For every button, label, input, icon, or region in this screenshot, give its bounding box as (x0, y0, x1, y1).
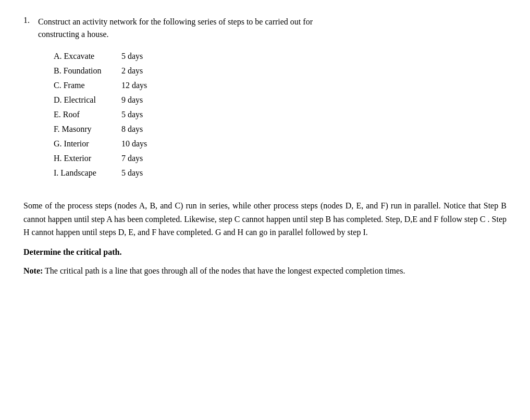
step-row: B. Foundation2 days (54, 65, 507, 77)
note-prefix: Note: (23, 266, 43, 275)
step-days: 7 days (121, 152, 143, 165)
step-label: C. Frame (54, 79, 121, 92)
step-label: I. Landscape (54, 167, 121, 179)
step-row: F. Masonry8 days (54, 123, 507, 135)
step-row: A. Excavate5 days (54, 50, 507, 63)
intro-line2: constructing a house. (38, 28, 507, 41)
question-block: 1. Construct an activity network for the… (23, 16, 507, 189)
step-row: E. Roof5 days (54, 108, 507, 121)
step-label: A. Excavate (54, 50, 121, 63)
step-label: D. Electrical (54, 94, 121, 106)
step-row: D. Electrical9 days (54, 94, 507, 106)
step-days: 5 days (121, 108, 143, 121)
critical-path-label: Determine the critical path. (23, 248, 507, 257)
question-number: 1. (23, 16, 38, 189)
step-days: 2 days (121, 65, 143, 77)
step-label: B. Foundation (54, 65, 121, 77)
step-row: C. Frame12 days (54, 79, 507, 92)
step-row: I. Landscape5 days (54, 167, 507, 179)
question-text: Construct an activity network for the fo… (38, 16, 507, 189)
steps-table: A. Excavate5 daysB. Foundation2 daysC. F… (54, 50, 507, 179)
step-label: G. Interior (54, 138, 121, 150)
step-label: E. Roof (54, 108, 121, 121)
step-row: G. Interior10 days (54, 138, 507, 150)
step-row: H. Exterior7 days (54, 152, 507, 165)
description-text: Some of the process steps (nodes A, B, a… (23, 199, 507, 239)
step-days: 10 days (121, 138, 147, 150)
step-days: 9 days (121, 94, 143, 106)
step-days: 5 days (121, 167, 143, 179)
intro-line1: Construct an activity network for the fo… (38, 16, 507, 28)
note-body: The critical path is a line that goes th… (43, 266, 405, 275)
step-days: 8 days (121, 123, 143, 135)
note-text: Note: The critical path is a line that g… (23, 264, 507, 278)
step-days: 12 days (121, 79, 147, 92)
step-label: F. Masonry (54, 123, 121, 135)
step-days: 5 days (121, 50, 143, 63)
step-label: H. Exterior (54, 152, 121, 165)
